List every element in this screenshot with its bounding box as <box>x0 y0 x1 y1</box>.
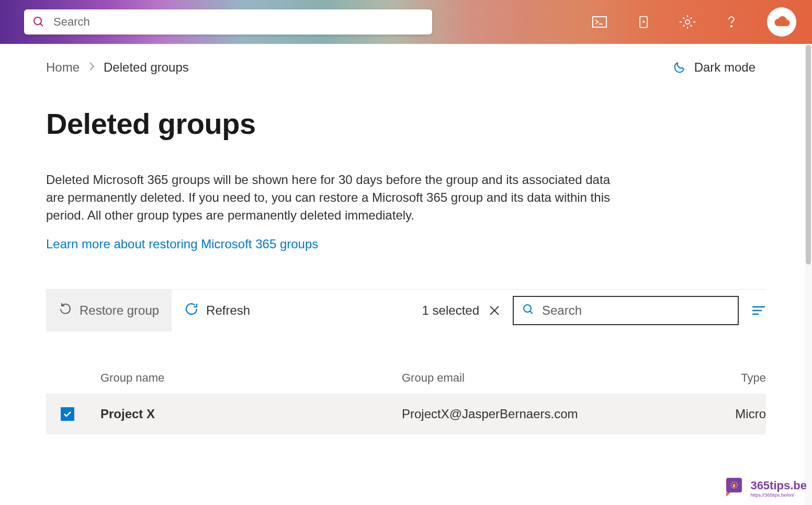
svg-point-5 <box>685 20 690 24</box>
header-icons <box>591 7 812 37</box>
page-title: Deleted groups <box>46 107 766 141</box>
watermark: 365tips.be https://365tips.be/en/ <box>723 477 807 500</box>
filter-button[interactable] <box>751 305 766 316</box>
column-header-type[interactable]: Type <box>700 371 766 385</box>
global-search-box[interactable] <box>24 9 432 35</box>
chevron-right-icon <box>88 60 95 75</box>
refresh-button[interactable]: Refresh <box>172 290 263 331</box>
restore-group-button[interactable]: Restore group <box>46 290 172 331</box>
scrollbar[interactable] <box>805 44 812 505</box>
selection-info: 1 selected <box>422 303 500 318</box>
refresh-icon <box>184 302 199 319</box>
global-search-input[interactable] <box>53 15 424 29</box>
row-group-email: ProjectX@JasperBernaers.com <box>402 407 700 421</box>
clear-selection-button[interactable] <box>489 305 500 316</box>
toolbar-search-box[interactable] <box>513 296 739 325</box>
svg-line-10 <box>530 311 533 314</box>
breadcrumb-current: Deleted groups <box>104 60 189 75</box>
breadcrumb-home[interactable]: Home <box>46 60 80 75</box>
page-description: Deleted Microsoft 365 groups will be sho… <box>46 171 622 224</box>
learn-more-link[interactable]: Learn more about restoring Microsoft 365… <box>46 237 318 251</box>
search-icon <box>522 303 535 318</box>
top-header <box>0 0 812 44</box>
cloud-shell-icon[interactable] <box>591 14 608 30</box>
selected-count: 1 selected <box>422 303 479 318</box>
cloud-logo-icon <box>771 16 792 28</box>
watermark-icon <box>723 477 746 500</box>
dark-mode-label: Dark mode <box>694 60 755 75</box>
column-header-name[interactable]: Group name <box>100 371 402 385</box>
watermark-subtext: https://365tips.be/en/ <box>750 492 807 498</box>
watermark-text: 365tips.be <box>750 479 807 492</box>
svg-rect-2 <box>593 17 606 27</box>
search-icon <box>32 16 45 28</box>
svg-line-1 <box>40 24 43 26</box>
svg-point-6 <box>731 26 732 27</box>
table-header: Group name Group email Type <box>46 362 766 394</box>
checkmark-icon <box>63 409 72 419</box>
row-group-name: Project X <box>100 407 402 421</box>
dark-mode-toggle[interactable]: Dark mode <box>672 59 755 76</box>
settings-icon[interactable] <box>679 14 696 30</box>
restore-icon <box>59 302 72 319</box>
user-avatar[interactable] <box>767 7 796 37</box>
close-icon <box>489 305 500 316</box>
scrollbar-thumb[interactable] <box>806 45 811 265</box>
breadcrumb: Home Deleted groups <box>46 60 189 75</box>
help-icon[interactable] <box>723 14 740 30</box>
restore-label: Restore group <box>80 303 159 318</box>
refresh-label: Refresh <box>206 303 250 318</box>
toolbar-search-input[interactable] <box>542 303 729 318</box>
moon-icon <box>672 59 687 76</box>
groups-table: Group name Group email Type Project X Pr… <box>46 362 766 434</box>
toolbar: Restore group Refresh 1 selected <box>46 289 766 331</box>
row-checkbox[interactable] <box>61 407 74 421</box>
main-content: Home Deleted groups Dark mode Deleted gr… <box>0 44 812 434</box>
filter-icon <box>751 305 766 316</box>
row-group-type: Micro <box>700 407 766 421</box>
svg-point-9 <box>524 305 531 312</box>
mobile-icon[interactable] <box>635 14 652 30</box>
svg-point-0 <box>34 17 41 25</box>
breadcrumb-row: Home Deleted groups Dark mode <box>46 59 766 76</box>
svg-rect-16 <box>733 484 735 487</box>
column-header-email[interactable]: Group email <box>402 371 700 385</box>
table-row[interactable]: Project X ProjectX@JasperBernaers.com Mi… <box>46 394 766 434</box>
